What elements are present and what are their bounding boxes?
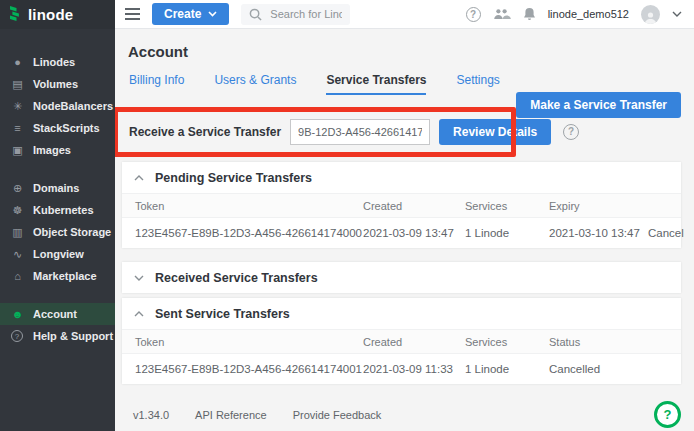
- create-button-label: Create: [164, 7, 201, 21]
- sidebar-item-label: NodeBalancers: [33, 100, 113, 112]
- review-details-button[interactable]: Review Details: [439, 119, 551, 145]
- make-service-transfer-button[interactable]: Make a Service Transfer: [516, 92, 681, 118]
- domain-globe-icon: ⊕: [11, 182, 24, 195]
- sent-transfers-title: Sent Service Transfers: [155, 307, 290, 321]
- table-row: 123E4567-E89B-12D3-A456-426614174000 202…: [122, 218, 681, 248]
- user-menu-chevron-icon[interactable]: [672, 11, 682, 17]
- sidebar-item-label: Object Storage: [33, 226, 111, 238]
- transfer-token-input[interactable]: [290, 119, 430, 145]
- linode-logo[interactable]: linode: [0, 0, 115, 29]
- table-row: 123E4567-E89B-12D3-A456-426614174001 202…: [122, 354, 681, 384]
- account-person-icon: ☻: [11, 308, 24, 320]
- kubernetes-wheel-icon: ☸: [11, 204, 24, 217]
- search-input[interactable]: Search for Linodes, Volumes, NodeBalance…: [241, 4, 349, 25]
- provide-feedback-link[interactable]: Provide Feedback: [293, 409, 382, 421]
- stackscript-icon: ≡: [11, 122, 24, 134]
- received-transfers-header[interactable]: Received Service Transfers: [122, 262, 681, 293]
- sidebar-item-help-support[interactable]: ? Help & Support: [0, 325, 115, 347]
- cancel-transfer-link[interactable]: Cancel: [648, 227, 684, 239]
- help-icon[interactable]: ?: [466, 7, 481, 22]
- pending-expiry-cell: 2021-03-10 13:47: [549, 227, 640, 239]
- sidebar: linode ● Linodes ▤ Volumes ✳ NodeBalance…: [0, 0, 115, 431]
- pending-table-header: Token Created Services Expiry: [122, 193, 681, 218]
- waveform-icon: ∿: [11, 248, 24, 261]
- sidebar-item-label: Longview: [33, 248, 84, 260]
- sidebar-item-volumes[interactable]: ▤ Volumes: [0, 73, 115, 95]
- tab-settings[interactable]: Settings: [456, 73, 499, 95]
- column-services: Services: [465, 336, 549, 348]
- topbar: Create Search for Linodes, Volumes, Node…: [115, 0, 694, 29]
- sidebar-item-label: Help & Support: [33, 330, 113, 342]
- sent-created-cell: 2021-03-09 11:33: [363, 363, 465, 375]
- pending-transfers-title: Pending Service Transfers: [155, 171, 312, 185]
- sent-table-header: Token Created Services Status: [122, 329, 681, 354]
- create-button[interactable]: Create: [152, 3, 229, 25]
- api-reference-link[interactable]: API Reference: [195, 409, 267, 421]
- volume-icon: ▤: [11, 78, 24, 91]
- sidebar-item-stackscripts[interactable]: ≡ StackScripts: [0, 117, 115, 139]
- sidebar-item-label: Marketplace: [33, 270, 97, 282]
- footer: v1.34.0 API Reference Provide Feedback: [133, 409, 681, 421]
- tab-billing-info[interactable]: Billing Info: [129, 73, 184, 95]
- receive-transfer-label: Receive a Service Transfer: [129, 125, 281, 139]
- sidebar-item-label: Volumes: [33, 78, 78, 90]
- pending-services-cell: 1 Linode: [465, 227, 549, 239]
- search-icon: [249, 8, 262, 21]
- pending-created-cell: 2021-03-09 13:47: [363, 227, 465, 239]
- support-chat-bubble-icon[interactable]: ?: [654, 401, 681, 428]
- sidebar-item-label: StackScripts: [33, 122, 100, 134]
- search-placeholder: Search for Linodes, Volumes, NodeBalance…: [270, 8, 341, 20]
- sidebar-item-object-storage[interactable]: ▥ Object Storage: [0, 221, 115, 243]
- sent-status-cell: Cancelled: [549, 363, 624, 375]
- sidebar-item-kubernetes[interactable]: ☸ Kubernetes: [0, 199, 115, 221]
- sidebar-item-domains[interactable]: ⊕ Domains: [0, 177, 115, 199]
- chevron-down-icon: [208, 11, 217, 17]
- column-expiry: Expiry: [549, 200, 624, 212]
- sidebar-item-nodebalancers[interactable]: ✳ NodeBalancers: [0, 95, 115, 117]
- column-status: Status: [549, 336, 624, 348]
- receive-help-icon[interactable]: ?: [563, 124, 579, 140]
- sidebar-item-account[interactable]: ☻ Account: [0, 303, 115, 325]
- sidebar-item-label: Account: [33, 308, 77, 320]
- column-token: Token: [135, 336, 363, 348]
- sent-transfers-header[interactable]: Sent Service Transfers: [122, 298, 681, 329]
- collapse-caret-up-icon: [134, 175, 144, 181]
- bucket-icon: ▥: [11, 226, 24, 239]
- sidebar-item-label: Domains: [33, 182, 79, 194]
- column-token: Token: [135, 200, 363, 212]
- avatar[interactable]: [641, 5, 660, 24]
- sidebar-item-marketplace[interactable]: ⌂ Marketplace: [0, 265, 115, 287]
- notifications-bell-icon[interactable]: [523, 7, 536, 21]
- column-created: Created: [363, 200, 465, 212]
- sidebar-item-label: Images: [33, 144, 71, 156]
- community-icon[interactable]: [493, 8, 511, 20]
- pending-token-link[interactable]: 123E4567-E89B-12D3-A456-426614174000: [135, 227, 363, 239]
- sidebar-item-longview[interactable]: ∿ Longview: [0, 243, 115, 265]
- pending-transfers-card: Pending Service Transfers Token Created …: [122, 162, 681, 248]
- sidebar-item-label: Linodes: [33, 56, 75, 68]
- hamburger-menu-icon[interactable]: [125, 8, 140, 20]
- receive-transfer-row: Receive a Service Transfer Review Detail…: [129, 118, 681, 145]
- sent-services-cell: 1 Linode: [465, 363, 549, 375]
- app-version: v1.34.0: [133, 409, 169, 421]
- received-transfers-card: Received Service Transfers: [122, 262, 681, 293]
- collapse-caret-down-icon: [134, 275, 144, 281]
- nodebalancer-icon: ✳: [11, 100, 24, 113]
- sidebar-item-linodes[interactable]: ● Linodes: [0, 51, 115, 73]
- help-circle-icon: ?: [11, 330, 24, 342]
- brand-name: linode: [28, 6, 73, 23]
- linode-icon: ●: [11, 56, 24, 68]
- tab-service-transfers[interactable]: Service Transfers: [326, 73, 426, 95]
- column-services: Services: [465, 200, 549, 212]
- pending-transfers-header[interactable]: Pending Service Transfers: [122, 162, 681, 193]
- tab-users-grants[interactable]: Users & Grants: [214, 73, 296, 95]
- sidebar-item-label: Kubernetes: [33, 204, 94, 216]
- marketplace-icon: ⌂: [11, 270, 24, 282]
- sidebar-item-images[interactable]: ▣ Images: [0, 139, 115, 161]
- sent-transfers-card: Sent Service Transfers Token Created Ser…: [122, 298, 681, 384]
- collapse-caret-up-icon: [134, 311, 144, 317]
- username[interactable]: linode_demo512: [548, 8, 629, 20]
- main-content: Account Billing Info Users & Grants Serv…: [115, 29, 694, 431]
- linode-logo-icon: [9, 5, 23, 25]
- sent-token-link[interactable]: 123E4567-E89B-12D3-A456-426614174001: [135, 363, 363, 375]
